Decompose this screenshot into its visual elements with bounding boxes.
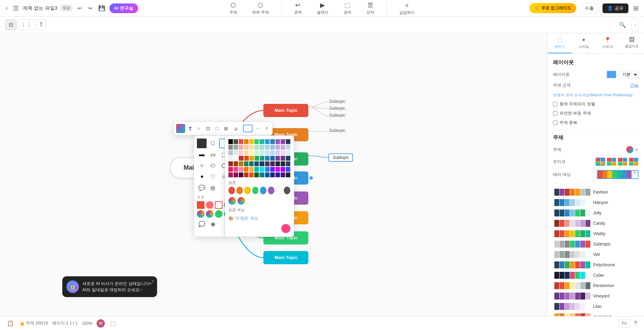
theme-persimmon[interactable]: Persimmon [553,281,638,290]
undo-button[interactable]: ↩ [75,3,84,13]
layout-option-1[interactable]: ⬚ [607,71,616,78]
swatch-charcoal[interactable] [275,161,280,166]
swatch-maroon[interactable] [239,172,243,177]
ft-close-button[interactable]: × [264,125,270,132]
upgrade-button[interactable]: 👑 무료 업그레이드 [529,3,576,13]
topic-spacing-value[interactable]: 관슬 [630,82,638,88]
ft-text-button[interactable]: T [187,124,194,133]
toolbar-topic[interactable]: ⬡ 주제 [227,0,240,16]
shape-s2[interactable] [206,201,214,209]
swatch-dkviolet2[interactable] [265,161,270,166]
theme-halcyon[interactable]: Halcyon [553,198,638,207]
subtopic-3[interactable]: Subtopic [329,113,345,118]
swatch-ltteal2[interactable] [260,150,264,155]
help-button[interactable]: ? [633,319,638,328]
swatch-darkgray[interactable] [234,139,238,144]
share-button[interactable]: 👤 공유 [602,3,628,13]
swatch-dkviolet3[interactable] [270,161,275,166]
shape-star5[interactable]: ✦ [197,172,207,181]
ft-link-button[interactable]: ⊞ [222,124,230,133]
swatch-amber[interactable] [250,156,254,161]
swatch-dkpurple[interactable] [281,139,285,144]
swatch-dkcyan[interactable] [260,172,264,177]
swatch-ltteal[interactable] [260,145,264,150]
std-swatch-yellow[interactable] [244,187,251,194]
swatch-dkviolet[interactable] [281,156,285,161]
shape-speech[interactable]: 💬 [197,183,207,193]
toolbar-insert[interactable]: ＋ 삽입하다 [397,0,417,17]
swatch-dkmagenta[interactable] [281,167,285,172]
swatch-black2[interactable] [286,172,290,177]
swatch-wine[interactable] [228,172,233,177]
swatch-brown[interactable] [234,161,238,166]
expand-button[interactable]: ⬚ [109,319,117,328]
swatch-orange[interactable] [244,139,248,144]
ft-rect-button[interactable]: □ [214,124,220,133]
theme-jolly[interactable]: Jolly [553,208,638,217]
save-button[interactable]: 💾 [97,3,107,13]
shape-oval[interactable]: ⬭ [208,161,218,170]
shape-s1[interactable] [197,201,205,209]
swatch-gray1[interactable] [228,145,233,150]
swatch-magenta[interactable] [275,167,280,172]
ft-crop-button[interactable]: ⊡ [204,124,212,133]
theme-candy[interactable]: Candy [553,219,638,228]
swatch-ltnavy2[interactable] [265,172,270,177]
rainbow-option-4[interactable] [629,158,638,166]
theme-animated[interactable]: Animated [553,312,638,316]
shape-rect3[interactable]: ▭ [208,150,218,159]
swatch-blue[interactable] [265,139,270,144]
swatch-white[interactable] [234,156,238,161]
export-button[interactable]: 수출 [580,3,599,14]
swatch-green[interactable] [254,139,259,144]
canvas-area[interactable]: Main Idea Main Topic Main Topic Main Top… [0,33,547,316]
swatch-darknavy[interactable] [286,156,290,161]
swatch-ltyelow[interactable] [249,145,254,150]
ft-border-color-button[interactable] [243,125,253,132]
swatch-dkred2[interactable] [244,172,248,177]
swatch-forest[interactable] [244,161,248,166]
grid-button[interactable]: ⊞ [632,3,640,14]
more-colors-button[interactable]: 🎨 더 많은 색상 [228,214,258,223]
toolbar-subtopic[interactable]: ⬡ 하위 주제 [250,0,271,16]
swatch-slate[interactable] [286,161,290,166]
swatch-cyan[interactable] [260,167,264,172]
swatch-dkblue3[interactable] [270,156,275,161]
shape-rect-outline[interactable]: □ [208,139,218,148]
theme-vitality[interactable]: Vitality [553,229,638,238]
shape-target[interactable]: ◎ [208,183,218,193]
std-swatch-green[interactable] [252,187,259,194]
tab-canvas[interactable]: ⬚ 캔버스 [547,33,572,53]
swatch-dkblue[interactable] [270,139,275,144]
chat-close-button[interactable]: × [152,278,154,284]
subtopic-4[interactable]: Subtopic [329,128,345,133]
swatch-dkred[interactable] [239,156,243,161]
shape-rainbow-2[interactable] [206,210,214,218]
topic-node-8[interactable]: Main Topic [263,251,308,264]
swatch-ltblue4[interactable] [270,150,275,155]
rainbow-option-1[interactable] [596,158,605,166]
tab-marker[interactable]: 📍 마로크 [596,33,620,53]
map-view-button[interactable]: 📋 [6,319,15,328]
swatch-dkteal[interactable] [260,156,264,161]
shape-rainbow-1[interactable] [197,210,205,218]
swatch-charcoal2[interactable] [281,161,285,166]
swatch-yellow[interactable] [249,139,254,144]
ai-research-button[interactable]: AI 연구실 [109,3,138,13]
theme-vineyard[interactable]: Vineyard [553,292,638,301]
swatch-dkteal2[interactable] [249,161,254,166]
swatch-ltblue1[interactable] [265,145,270,150]
theme-polychrome[interactable]: Polychrome [553,260,638,269]
rainbow-option-2[interactable] [607,158,616,166]
swatch-midnight[interactable] [260,161,264,166]
subtopic-2[interactable]: Subtopic [329,106,345,111]
swatch-ltyblue[interactable] [286,150,290,155]
swatch-ltblue2[interactable] [270,145,275,150]
flexible-movement-checkbox[interactable] [553,111,557,116]
shape-green-circle[interactable] [215,210,223,218]
custom-rainbow-swatch2[interactable] [237,197,245,205]
ft-more-button[interactable]: ··· [254,124,262,133]
toolbar-summary[interactable]: ☰ 요약 [364,0,377,16]
layout-dropdown[interactable]: 기본 [618,71,638,78]
swatch-burnt[interactable] [249,172,254,177]
